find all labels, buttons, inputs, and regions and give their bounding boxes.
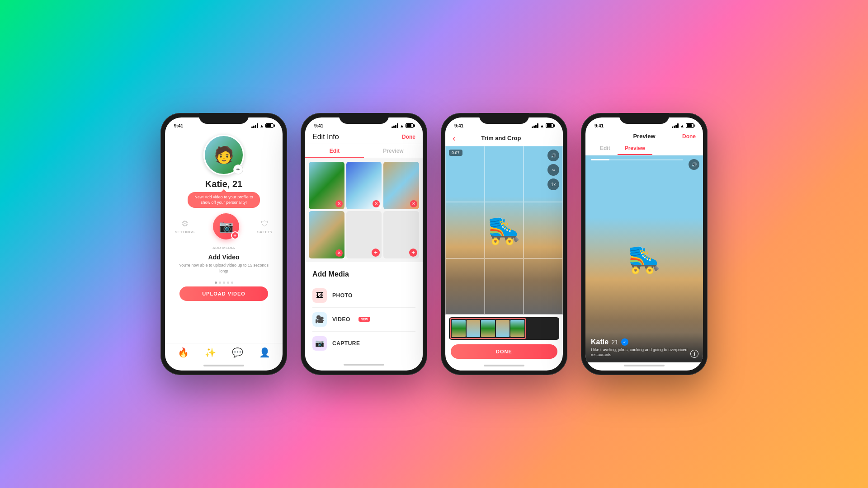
photo-label: PHOTO bbox=[332, 292, 353, 299]
time-1: 9:41 bbox=[174, 123, 183, 128]
wifi-icon-1: ▲ bbox=[259, 123, 264, 128]
photo-add-btn-2[interactable]: + bbox=[409, 249, 417, 257]
dot-3 bbox=[223, 282, 225, 284]
like-icon[interactable]: 🔥 bbox=[178, 347, 189, 358]
trim-title: Trim and Crop bbox=[481, 135, 521, 141]
phone-3-inner: 9:41 ▲ ‹ Trim and Crop 🛼 bbox=[445, 117, 563, 371]
pagination-dots bbox=[215, 282, 233, 284]
thumb-2 bbox=[467, 320, 481, 337]
notch-2 bbox=[339, 113, 389, 124]
add-media-sheet: Add Media 🖼 PHOTO 🎥 VIDEO NEW 📷 CAPTURE bbox=[305, 264, 423, 361]
preview-name: Katie bbox=[591, 338, 609, 346]
speaker-btn[interactable]: 🔊 bbox=[547, 150, 559, 161]
upload-video-button[interactable]: UPLOAD VIDEO bbox=[179, 286, 268, 301]
media-option-capture[interactable]: 📷 CAPTURE bbox=[312, 332, 415, 355]
phone-1-inner: 9:41 ▲ 🧑 ✏ Katie, 21 New! Add vide bbox=[165, 117, 283, 371]
signal-icon-2 bbox=[392, 123, 398, 128]
photo-cell-3[interactable]: ✕ bbox=[383, 162, 419, 209]
preview-age: 21 bbox=[611, 338, 618, 346]
trim-header: ‹ Trim and Crop bbox=[445, 130, 563, 146]
preview-name-row: Katie 21 ✓ bbox=[591, 338, 698, 346]
preview-bio: I like traveling, jokes, cooking and goi… bbox=[591, 347, 698, 358]
photo-delete-2[interactable]: ✕ bbox=[373, 200, 380, 207]
wifi-icon-3: ▲ bbox=[540, 123, 544, 128]
trim-done-btn[interactable]: DONE bbox=[451, 344, 557, 359]
preview-name-overlay: Katie 21 ✓ I like traveling, jokes, cook… bbox=[585, 333, 703, 362]
status-icons-3: ▲ bbox=[532, 123, 554, 128]
avatar-edit-btn[interactable]: ✏ bbox=[233, 164, 243, 174]
safety-action[interactable]: 🛡 SAFETY bbox=[257, 219, 273, 234]
spark-icon[interactable]: ✨ bbox=[205, 347, 216, 358]
add-video-section: Add Video You're now able to upload vide… bbox=[165, 253, 283, 274]
photo-add-1[interactable]: + bbox=[346, 211, 382, 258]
profile-icon[interactable]: 👤 bbox=[259, 347, 270, 358]
add-video-desc: You're now able to upload video up to 15… bbox=[174, 263, 274, 274]
capture-icon: 📷 bbox=[312, 336, 327, 351]
signal-icon-4 bbox=[672, 123, 679, 128]
notch-1 bbox=[199, 113, 249, 124]
wifi-icon-4: ▲ bbox=[680, 123, 684, 128]
status-icons-4: ▲ bbox=[672, 123, 694, 128]
status-icons-2: ▲ bbox=[392, 123, 414, 128]
preview-video-bg: 🛼 bbox=[585, 155, 703, 362]
photo-delete-1[interactable]: ✕ bbox=[335, 200, 343, 207]
signal-icon-3 bbox=[532, 123, 538, 128]
time-2: 9:41 bbox=[314, 123, 323, 128]
trim-timeline[interactable] bbox=[449, 317, 559, 340]
tab-preview[interactable]: Preview bbox=[364, 144, 423, 158]
preview-title: Preview bbox=[633, 133, 655, 140]
media-option-photo[interactable]: 🖼 PHOTO bbox=[312, 284, 415, 308]
photo-add-2[interactable]: + bbox=[383, 211, 419, 258]
edit-done-btn[interactable]: Done bbox=[402, 134, 415, 140]
tab-edit-4[interactable]: Edit bbox=[593, 142, 618, 155]
preview-speaker-btn[interactable]: 🔊 bbox=[689, 159, 699, 170]
phone-2: 9:41 ▲ Edit Info Done Edit Preview bbox=[301, 113, 427, 375]
safety-icon: 🛡 bbox=[261, 219, 269, 229]
photo-cell-2[interactable]: ✕ bbox=[346, 162, 382, 209]
photo-delete-3[interactable]: ✕ bbox=[410, 200, 417, 207]
home-bar-4 bbox=[585, 362, 703, 371]
photo-grid: ✕ ✕ ✕ ✕ + + bbox=[305, 158, 423, 262]
battery-icon-2 bbox=[406, 123, 414, 128]
tab-edit[interactable]: Edit bbox=[305, 144, 364, 158]
settings-icon: ⚙ bbox=[181, 219, 189, 229]
speed-btn[interactable]: 1x bbox=[547, 178, 559, 190]
phone-4-inner: 9:41 ▲ Preview Done Edit Preview bbox=[585, 117, 703, 371]
timeline-selection bbox=[450, 318, 526, 339]
video-label: VIDEO bbox=[332, 316, 350, 323]
right-controls: 🔊 ∞ 1x bbox=[547, 150, 559, 190]
capture-label: CAPTURE bbox=[332, 340, 360, 347]
add-video-title: Add Video bbox=[174, 253, 274, 261]
progress-bar-fill bbox=[591, 159, 609, 160]
add-media-btn[interactable]: 📷 + bbox=[213, 213, 239, 239]
info-btn[interactable]: ℹ bbox=[690, 350, 698, 358]
home-bar-3 bbox=[445, 362, 563, 371]
battery-icon-4 bbox=[686, 123, 694, 128]
preview-done-btn[interactable]: Done bbox=[682, 133, 696, 140]
home-bar-2 bbox=[305, 361, 423, 370]
phone-2-inner: 9:41 ▲ Edit Info Done Edit Preview bbox=[305, 117, 423, 371]
time-4: 9:41 bbox=[594, 123, 604, 128]
loop-btn[interactable]: ∞ bbox=[547, 164, 559, 176]
avatar-container: 🧑 ✏ bbox=[203, 135, 244, 175]
photo-cell-4[interactable]: ✕ bbox=[309, 211, 344, 258]
video-icon: 🎥 bbox=[312, 312, 327, 327]
tab-preview-4[interactable]: Preview bbox=[618, 142, 652, 155]
preview-header: Preview Done bbox=[585, 130, 703, 142]
notch-3 bbox=[479, 113, 529, 124]
dot-4 bbox=[227, 282, 229, 284]
settings-action[interactable]: ⚙ SETTINGS bbox=[175, 219, 195, 234]
dot-1 bbox=[215, 282, 217, 284]
photo-add-btn-1[interactable]: + bbox=[372, 249, 380, 257]
back-btn[interactable]: ‹ bbox=[453, 133, 456, 143]
photo-cell-1[interactable]: ✕ bbox=[309, 162, 344, 209]
profile-name: Katie, 21 bbox=[205, 179, 242, 189]
add-media-plus-icon: + bbox=[231, 231, 239, 239]
chat-icon[interactable]: 💬 bbox=[232, 347, 243, 358]
phone-3: 9:41 ▲ ‹ Trim and Crop 🛼 bbox=[441, 113, 567, 375]
photo-delete-4[interactable]: ✕ bbox=[335, 249, 343, 257]
preview-tab-row: Edit Preview bbox=[585, 142, 703, 155]
phone-1: 9:41 ▲ 🧑 ✏ Katie, 21 New! Add vide bbox=[160, 113, 287, 375]
preview-video-area: 🛼 🔊 Katie 21 ✓ I like traveling, jokes, … bbox=[585, 155, 703, 362]
media-option-video[interactable]: 🎥 VIDEO NEW bbox=[312, 308, 415, 332]
